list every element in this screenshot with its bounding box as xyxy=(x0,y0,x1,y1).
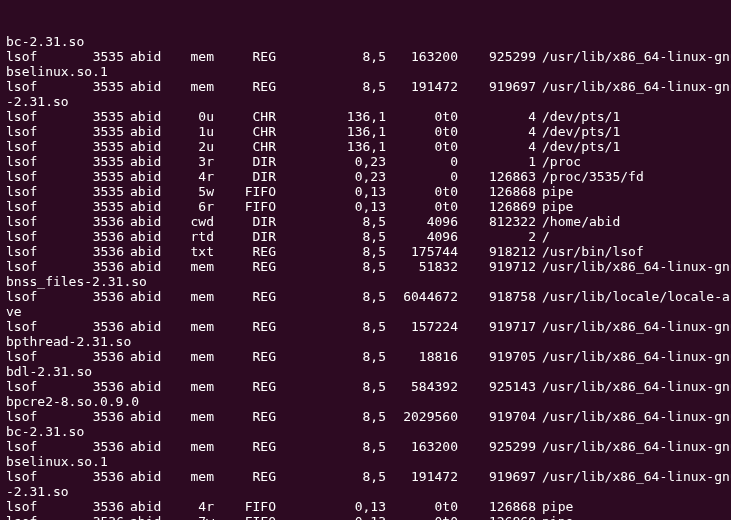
col-user: abid xyxy=(124,289,168,304)
col-name: /usr/lib/x86_64-linux-gnu/li xyxy=(536,409,731,424)
terminal-output[interactable]: bc-2.31.solsof3535abidmemREG8,5163200925… xyxy=(0,0,731,520)
col-type: DIR xyxy=(214,229,276,244)
col-dev: 136,1 xyxy=(276,124,386,139)
col-type: DIR xyxy=(214,154,276,169)
col-name: pipe xyxy=(536,514,573,520)
col-node: 126868 xyxy=(458,184,536,199)
col-node: 919704 xyxy=(458,409,536,424)
output-wrap-line: bdl-2.31.so xyxy=(6,364,725,379)
col-node: 1 xyxy=(458,154,536,169)
col-size: 191472 xyxy=(386,469,458,484)
col-size: 4096 xyxy=(386,229,458,244)
col-type: REG xyxy=(214,409,276,424)
col-cmd: lsof xyxy=(6,49,76,64)
col-fd: 0u xyxy=(168,109,214,124)
col-user: abid xyxy=(124,49,168,64)
col-pid: 3536 xyxy=(76,229,124,244)
col-name: pipe xyxy=(536,499,573,514)
col-pid: 3535 xyxy=(76,199,124,214)
col-cmd: lsof xyxy=(6,244,76,259)
col-name: /usr/lib/x86_64-linux-gnu/ld xyxy=(536,469,731,484)
col-cmd: lsof xyxy=(6,199,76,214)
col-dev: 8,5 xyxy=(276,469,386,484)
output-wrap-line: bselinux.so.1 xyxy=(6,454,725,469)
col-dev: 8,5 xyxy=(276,379,386,394)
col-type: FIFO xyxy=(214,184,276,199)
col-user: abid xyxy=(124,139,168,154)
col-dev: 8,5 xyxy=(276,244,386,259)
col-type: REG xyxy=(214,439,276,454)
col-size: 0 xyxy=(386,154,458,169)
col-name: /proc/3535/fd xyxy=(536,169,644,184)
col-size: 175744 xyxy=(386,244,458,259)
col-node: 919697 xyxy=(458,79,536,94)
col-dev: 8,5 xyxy=(276,409,386,424)
col-dev: 8,5 xyxy=(276,349,386,364)
col-dev: 8,5 xyxy=(276,49,386,64)
col-pid: 3535 xyxy=(76,184,124,199)
output-row: lsof3536abidmemREG8,518816919705/usr/lib… xyxy=(6,349,725,364)
col-node: 4 xyxy=(458,109,536,124)
col-name: /usr/lib/x86_64-linux-gnu/li xyxy=(536,379,731,394)
col-cmd: lsof xyxy=(6,79,76,94)
col-user: abid xyxy=(124,409,168,424)
col-name: pipe xyxy=(536,184,573,199)
output-row: lsof3536abidmemREG8,551832919712/usr/lib… xyxy=(6,259,725,274)
output-row: lsof3536abid4rFIFO0,130t0126868pipe xyxy=(6,499,725,514)
col-fd: 2u xyxy=(168,139,214,154)
col-user: abid xyxy=(124,244,168,259)
col-size: 6044672 xyxy=(386,289,458,304)
col-fd: mem xyxy=(168,469,214,484)
output-wrap-line: bc-2.31.so xyxy=(6,34,725,49)
col-user: abid xyxy=(124,184,168,199)
col-size: 0t0 xyxy=(386,109,458,124)
col-dev: 8,5 xyxy=(276,289,386,304)
col-cmd: lsof xyxy=(6,469,76,484)
output-row: lsof3536abidmemREG8,5584392925143/usr/li… xyxy=(6,379,725,394)
col-type: FIFO xyxy=(214,199,276,214)
col-size: 163200 xyxy=(386,49,458,64)
col-size: 157224 xyxy=(386,319,458,334)
output-row: lsof3535abid3rDIR0,2301/proc xyxy=(6,154,725,169)
col-pid: 3535 xyxy=(76,79,124,94)
output-row: lsof3535abidmemREG8,5191472919697/usr/li… xyxy=(6,79,725,94)
col-dev: 8,5 xyxy=(276,79,386,94)
col-fd: mem xyxy=(168,289,214,304)
col-pid: 3536 xyxy=(76,439,124,454)
col-pid: 3535 xyxy=(76,109,124,124)
col-fd: mem xyxy=(168,319,214,334)
col-fd: mem xyxy=(168,49,214,64)
col-user: abid xyxy=(124,469,168,484)
col-dev: 8,5 xyxy=(276,214,386,229)
col-pid: 3536 xyxy=(76,244,124,259)
col-type: REG xyxy=(214,469,276,484)
col-size: 191472 xyxy=(386,79,458,94)
col-cmd: lsof xyxy=(6,229,76,244)
col-cmd: lsof xyxy=(6,319,76,334)
col-pid: 3536 xyxy=(76,469,124,484)
col-node: 918758 xyxy=(458,289,536,304)
col-cmd: lsof xyxy=(6,259,76,274)
output-wrap-line: bnss_files-2.31.so xyxy=(6,274,725,289)
col-dev: 0,13 xyxy=(276,514,386,520)
col-fd: mem xyxy=(168,349,214,364)
col-type: CHR xyxy=(214,124,276,139)
col-dev: 8,5 xyxy=(276,319,386,334)
output-row: lsof3536abid7wFIFO0,130t0126869pipe xyxy=(6,514,725,520)
output-row: lsof3535abid2uCHR136,10t04/dev/pts/1 xyxy=(6,139,725,154)
col-pid: 3536 xyxy=(76,499,124,514)
col-name: /usr/lib/x86_64-linux-gnu/li xyxy=(536,439,731,454)
col-cmd: lsof xyxy=(6,184,76,199)
col-name: /dev/pts/1 xyxy=(536,109,620,124)
col-name: /usr/lib/x86_64-linux-gnu/li xyxy=(536,49,731,64)
output-wrap-line: bpcre2-8.so.0.9.0 xyxy=(6,394,725,409)
col-fd: 6r xyxy=(168,199,214,214)
col-node: 4 xyxy=(458,139,536,154)
col-type: REG xyxy=(214,319,276,334)
col-user: abid xyxy=(124,214,168,229)
col-user: abid xyxy=(124,319,168,334)
col-name: /proc xyxy=(536,154,581,169)
col-fd: mem xyxy=(168,259,214,274)
col-user: abid xyxy=(124,259,168,274)
col-cmd: lsof xyxy=(6,109,76,124)
